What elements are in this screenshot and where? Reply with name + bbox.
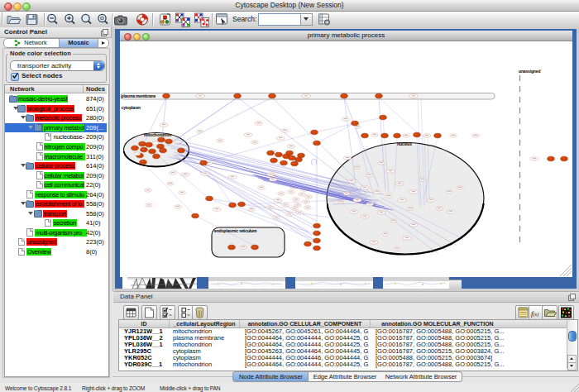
svg-text:plasma membrane: plasma membrane (122, 93, 156, 98)
svg-text:unassigned: unassigned (519, 69, 540, 74)
svg-text:endoplasmic reticulum: endoplasmic reticulum (214, 228, 257, 233)
svg-text:cytoplasm: cytoplasm (122, 105, 141, 110)
svg-text:nucleus: nucleus (397, 141, 412, 146)
svg-text:f(x): f(x) (531, 309, 538, 318)
